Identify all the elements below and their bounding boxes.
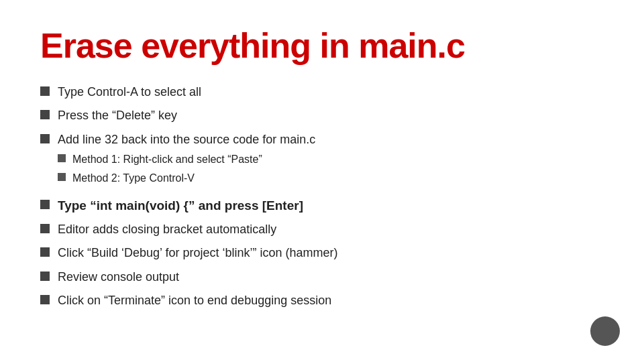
- bullet-text: Click “Build ‘Debug’ for project ‘blink’…: [58, 245, 337, 261]
- slide: Erase everything in main.c Type Control-…: [0, 0, 644, 362]
- list-item: Method 2: Type Control-V: [40, 171, 262, 186]
- list-item: Review console output: [40, 269, 604, 286]
- slide-title: Erase everything in main.c: [40, 27, 604, 65]
- main-bullet-list: Type Control-A to select all Press the “…: [40, 84, 604, 309]
- list-item: Click on “Terminate” icon to end debuggi…: [40, 292, 604, 309]
- circle-button[interactable]: [590, 316, 620, 346]
- bullet-icon: [40, 247, 50, 257]
- bullet-text: Type “int main(void) {” and press [Enter…: [58, 197, 303, 215]
- sub-bullet-icon: [58, 154, 66, 162]
- list-item: Editor adds closing bracket automaticall…: [40, 221, 604, 238]
- bullet-text: Review console output: [58, 269, 179, 286]
- bullet-icon: [40, 224, 50, 233]
- list-item: Method 1: Right-click and select “Paste”: [40, 152, 262, 167]
- list-item: Add line 32 back into the source code fo…: [40, 131, 604, 190]
- list-item: Press the “Delete” key: [40, 107, 604, 124]
- sub-bullet-icon: [58, 173, 66, 181]
- list-item: Click “Build ‘Debug’ for project ‘blink’…: [40, 245, 604, 261]
- bullet-text: Editor adds closing bracket automaticall…: [58, 221, 276, 238]
- sub-bullet-list: Method 1: Right-click and select “Paste”…: [40, 152, 262, 190]
- list-item: Type Control-A to select all: [40, 84, 604, 101]
- bullet-text: Click on “Terminate” icon to end debuggi…: [58, 292, 331, 309]
- sub-bullet-text: Method 2: Type Control-V: [72, 171, 195, 186]
- sub-bullet-text: Method 1: Right-click and select “Paste”: [72, 152, 262, 167]
- bullet-text: Press the “Delete” key: [58, 107, 177, 124]
- bullet-text: Add line 32 back into the source code fo…: [58, 131, 315, 148]
- list-item: Type “int main(void) {” and press [Enter…: [40, 197, 604, 215]
- bullet-icon: [40, 134, 50, 143]
- bullet-icon: [40, 86, 50, 96]
- bullet-icon: [40, 110, 50, 119]
- bullet-icon: [40, 272, 50, 281]
- bullet-text: Type Control-A to select all: [58, 84, 201, 101]
- bullet-icon: [40, 295, 50, 304]
- bullet-icon: [40, 200, 50, 209]
